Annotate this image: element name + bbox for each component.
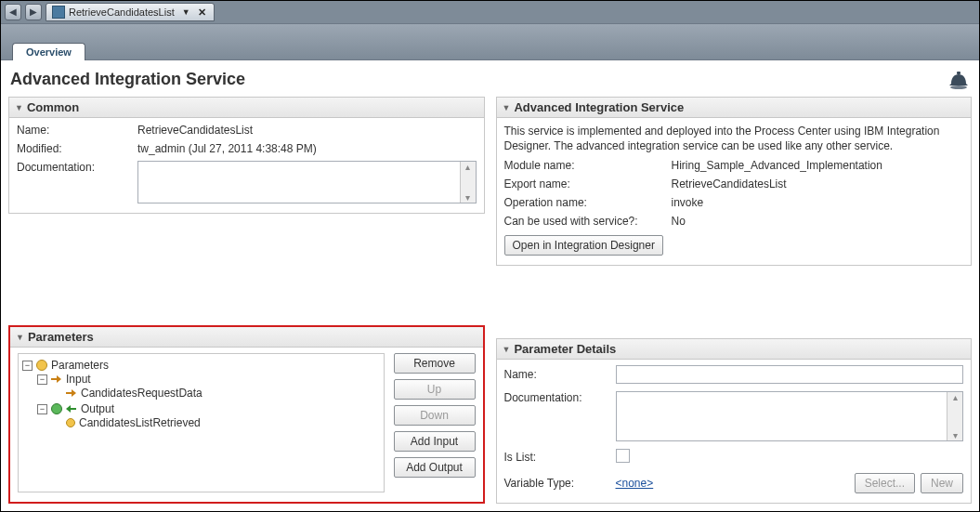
ais-operation-name-label: Operation name: <box>504 196 672 209</box>
expander-icon[interactable]: − <box>37 404 47 414</box>
tree-node-output-item[interactable]: CandidatesListRetrieved <box>52 416 380 429</box>
tree-node-root[interactable]: − Parameters <box>22 359 380 372</box>
remove-button[interactable]: Remove <box>394 353 476 374</box>
section-common: ▼ Common Name: RetrieveCandidatesList Mo… <box>8 97 485 214</box>
section-common-title: Common <box>27 100 79 114</box>
tab-overview[interactable]: Overview <box>12 43 85 60</box>
collapse-icon[interactable]: ▼ <box>503 345 511 354</box>
select-type-button[interactable]: Select... <box>855 473 915 493</box>
section-advanced-integration-service: ▼ Advanced Integration Service This serv… <box>496 97 973 266</box>
editor-tab[interactable]: RetrieveCandidatesList ▼ ✕ <box>46 3 215 21</box>
close-icon[interactable]: ✕ <box>196 7 208 19</box>
common-modified-value: tw_admin (Jul 27, 2011 4:38:48 PM) <box>137 142 477 155</box>
select-type-label: Select... <box>865 477 905 490</box>
add-output-button-label: Add Output <box>406 461 463 474</box>
up-button-label: Up <box>427 383 441 396</box>
ais-module-name-value: Hiring_Sample_Advanced_Implementation <box>672 159 964 172</box>
up-button[interactable]: Up <box>394 379 476 400</box>
output-arrow-icon <box>66 404 77 414</box>
tree-node-input-item[interactable]: CandidatesRequestData <box>52 387 380 400</box>
pd-name-input[interactable] <box>616 365 964 384</box>
section-ais-title: Advanced Integration Service <box>514 100 684 114</box>
svg-rect-0 <box>957 72 960 74</box>
output-item-icon <box>66 418 75 427</box>
ais-description: This service is implemented and deployed… <box>504 124 964 159</box>
section-parameters-title: Parameters <box>28 330 94 344</box>
page-title: Advanced Integration Service <box>10 70 245 89</box>
pd-name-label: Name: <box>504 368 616 381</box>
ais-module-name-label: Module name: <box>504 159 672 172</box>
collapse-icon[interactable]: ▼ <box>503 103 511 112</box>
common-name-label: Name: <box>17 124 137 137</box>
open-integration-designer-button[interactable]: Open in Integration Designer <box>504 235 663 256</box>
pd-vartype-link[interactable]: <none> <box>616 477 654 490</box>
common-name-value: RetrieveCandidatesList <box>137 124 477 137</box>
bell-icon[interactable] <box>947 71 970 89</box>
section-parameters: ▼ Parameters − <box>8 325 485 504</box>
new-type-label: New <box>931 477 953 490</box>
svg-point-1 <box>950 85 967 89</box>
scroll-down-icon[interactable]: ▾ <box>461 192 476 203</box>
down-button-label: Down <box>420 409 449 422</box>
expander-blank <box>52 418 62 428</box>
subheader-bar: Overview <box>1 23 979 60</box>
scroll-up-icon[interactable]: ▴ <box>461 162 476 172</box>
ais-can-be-used-label: Can be used with service?: <box>504 215 672 228</box>
pd-islist-checkbox[interactable] <box>616 449 630 463</box>
tree-node-input-group[interactable]: − Input <box>37 373 380 386</box>
ais-can-be-used-value: No <box>672 215 964 228</box>
output-group-icon <box>51 403 62 414</box>
expander-blank <box>52 388 62 399</box>
section-parameter-details-title: Parameter Details <box>514 342 616 356</box>
tab-overview-label: Overview <box>26 46 72 58</box>
tree-node-output-group[interactable]: − Output <box>37 402 380 415</box>
expander-icon[interactable]: − <box>22 361 33 371</box>
expander-icon[interactable]: − <box>37 374 47 385</box>
common-modified-label: Modified: <box>17 142 137 155</box>
section-parameter-details: ▼ Parameter Details Name: Documentation: <box>496 338 973 504</box>
input-group-icon <box>51 374 62 384</box>
scroll-affordance: ▴ ▾ <box>460 162 476 203</box>
common-documentation-input[interactable]: ▴ ▾ <box>137 161 477 203</box>
parameters-group-icon <box>36 360 47 371</box>
scroll-up-icon[interactable]: ▴ <box>947 392 962 402</box>
scroll-affordance: ▴ ▾ <box>947 392 962 440</box>
chevron-down-icon[interactable]: ▼ <box>182 7 190 17</box>
add-input-button-label: Add Input <box>411 435 458 448</box>
parameters-tree[interactable]: − Parameters − <box>18 353 385 492</box>
tree-output-item-label: CandidatesListRetrieved <box>79 416 201 429</box>
collapse-icon[interactable]: ▼ <box>15 103 23 112</box>
open-integration-designer-label: Open in Integration Designer <box>513 239 655 252</box>
new-type-button[interactable]: New <box>921 473 963 493</box>
ais-operation-name-value: invoke <box>672 196 964 209</box>
editor-tab-title: RetrieveCandidatesList <box>69 7 175 18</box>
add-input-button[interactable]: Add Input <box>394 431 476 452</box>
down-button[interactable]: Down <box>394 405 476 426</box>
nav-forward-button[interactable]: ▶ <box>25 4 42 20</box>
tree-output-label: Output <box>81 402 114 415</box>
scroll-down-icon[interactable]: ▾ <box>947 430 962 440</box>
tree-root-label: Parameters <box>51 359 109 372</box>
tree-input-label: Input <box>66 373 91 386</box>
service-icon <box>52 6 65 19</box>
common-documentation-label: Documentation: <box>17 161 137 174</box>
ais-export-name-value: RetrieveCandidatesList <box>672 177 964 190</box>
pd-documentation-input[interactable]: ▴ ▾ <box>616 391 964 441</box>
nav-back-button[interactable]: ◀ <box>5 4 21 20</box>
pd-vartype-label: Variable Type: <box>504 477 616 490</box>
input-item-icon <box>66 388 77 398</box>
collapse-icon[interactable]: ▼ <box>16 333 24 342</box>
pd-islist-label: Is List: <box>504 451 616 464</box>
tree-input-item-label: CandidatesRequestData <box>81 387 203 400</box>
add-output-button[interactable]: Add Output <box>394 457 476 478</box>
ais-export-name-label: Export name: <box>504 177 672 190</box>
pd-documentation-label: Documentation: <box>504 391 616 404</box>
remove-button-label: Remove <box>413 357 455 370</box>
editor-titlebar: ◀ ▶ RetrieveCandidatesList ▼ ✕ <box>1 1 979 23</box>
